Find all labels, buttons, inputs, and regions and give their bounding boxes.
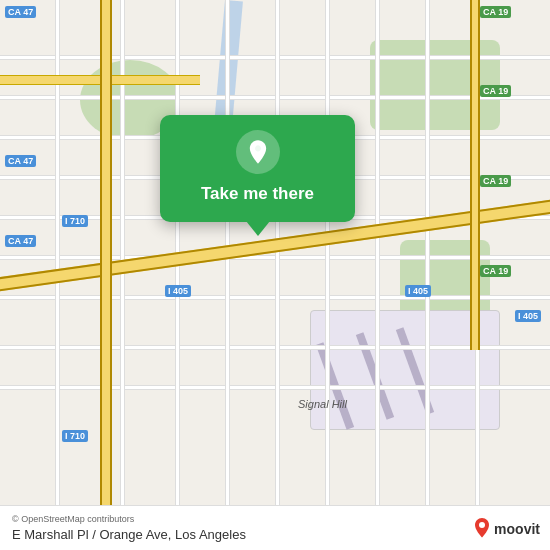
signal-hill-label: Signal Hill — [298, 398, 347, 410]
svg-point-1 — [479, 522, 485, 528]
take-me-there-label: Take me there — [201, 184, 314, 204]
ca47-label-1: CA 47 — [5, 6, 36, 18]
location-label: E Marshall Pl / Orange Ave, Los Angeles — [12, 527, 538, 542]
road-v-8 — [425, 0, 430, 550]
road-v-5 — [275, 0, 280, 550]
road-v-7 — [375, 0, 380, 550]
i710-label-1: I 710 — [62, 215, 88, 227]
ca19-label-1: CA 19 — [480, 6, 511, 18]
i710-label-2: I 710 — [62, 430, 88, 442]
ca19-label-3: CA 19 — [480, 175, 511, 187]
take-me-there-card[interactable]: Take me there — [160, 115, 355, 222]
ca19-label-4: CA 19 — [480, 265, 511, 277]
ca47-label-2: CA 47 — [5, 155, 36, 167]
map-container: CA 47 CA 47 CA 47 I 710 I 710 I 405 I 40… — [0, 0, 550, 550]
i405-label-2: I 405 — [405, 285, 431, 297]
location-pin-icon — [236, 130, 280, 174]
ca19-label-2: CA 19 — [480, 85, 511, 97]
road-v-4 — [225, 0, 230, 550]
moovit-text-label: moovit — [494, 521, 540, 537]
i405-label-1: I 405 — [165, 285, 191, 297]
bottom-info-bar: © OpenStreetMap contributors E Marshall … — [0, 505, 550, 550]
moovit-pin-icon — [473, 518, 491, 540]
road-v-6 — [325, 0, 330, 550]
ca47-label-3: CA 47 — [5, 235, 36, 247]
i405-label-3: I 405 — [515, 310, 541, 322]
map-attribution: © OpenStreetMap contributors — [12, 514, 538, 524]
i710-freeway — [100, 0, 112, 550]
ca19-freeway — [470, 0, 480, 350]
moovit-logo: moovit — [473, 518, 540, 540]
